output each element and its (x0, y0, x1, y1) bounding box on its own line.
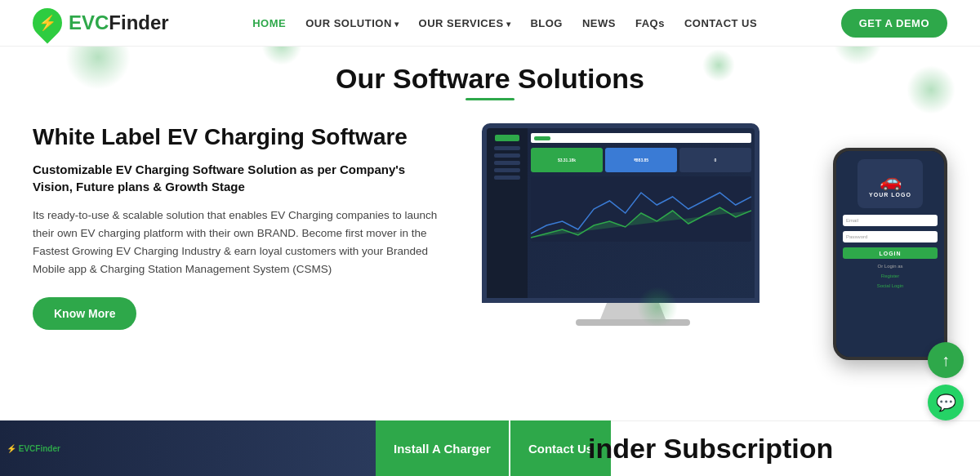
preview-mock: ⚡ EVCFinder (0, 420, 376, 476)
phone-email-label: Email (846, 218, 858, 223)
bottom-subscription-title: inder Subscription (588, 433, 833, 465)
screen-sidebar-item-1 (494, 146, 520, 150)
screen-sidebar-item-5 (494, 176, 520, 180)
preview-logo-text: ⚡ EVCFinder (7, 444, 60, 453)
nav-our-services[interactable]: OUR SERVICES (419, 17, 511, 29)
logo-finder: Finder (109, 11, 168, 33)
phone-your-logo: YOUR LOGO (869, 192, 911, 198)
get-demo-button[interactable]: GET A DEMO (841, 9, 947, 38)
phone-mockup: 🚗 YOUR LOGO Email Password LOGIN Or Logi… (833, 148, 947, 360)
logo-text: EVCFinder (69, 11, 169, 34)
navbar: EVCFinder HOME OUR SOLUTION OUR SERVICES… (0, 0, 980, 47)
monitor-screen: $3.31.18k ₹883.85 0 (482, 123, 760, 303)
screen-card-1: $3.31.18k (531, 148, 603, 172)
phone-screen: 🚗 YOUR LOGO Email Password LOGIN Or Logi… (836, 151, 944, 357)
nav-contact-us[interactable]: CONTACT US (684, 17, 757, 29)
product-description: Its ready-to-use & scalable solution tha… (33, 207, 441, 279)
phone-or-label: Or Login as (877, 264, 902, 269)
nav-our-solution[interactable]: OUR SOLUTION (305, 17, 399, 29)
screen-card-2: ₹883.85 (605, 148, 677, 172)
nav-home[interactable]: HOME (252, 17, 286, 29)
nav-faqs[interactable]: FAQs (635, 17, 665, 29)
phone-register-link[interactable]: Register (881, 274, 899, 278)
whatsapp-button[interactable]: 💬 (928, 385, 964, 420)
phone-logo-area: 🚗 YOUR LOGO (858, 159, 923, 208)
screen-cards: $3.31.18k ₹883.85 0 (531, 148, 751, 172)
phone-email-field: Email (843, 215, 938, 226)
nav-links: HOME OUR SOLUTION OUR SERVICES BLOG NEWS… (252, 17, 757, 29)
arrow-up-icon: ↑ (942, 351, 950, 370)
monitor-mockup: $3.31.18k ₹883.85 0 (482, 123, 784, 352)
screen-sidebar-item-2 (494, 153, 520, 158)
nav-blog[interactable]: BLOG (530, 17, 563, 29)
bottom-title-area: inder Subscription (572, 420, 980, 476)
scroll-to-top-button[interactable]: ↑ (928, 342, 964, 378)
screen-sidebar-item-4 (494, 168, 520, 172)
screen-nav-bar (531, 133, 751, 143)
monitor-base (576, 319, 690, 326)
screen-sidebar-item-3 (494, 161, 520, 165)
phone-password-field: Password (843, 231, 938, 242)
logo-icon (27, 2, 69, 44)
whatsapp-icon: 💬 (936, 393, 956, 412)
car-icon: 🚗 (880, 171, 902, 192)
nav-news[interactable]: NEWS (582, 17, 616, 29)
logo-evc: EVC (69, 11, 109, 33)
phone-password-label: Password (846, 234, 867, 239)
main-section: Our Software Solutions White Label EV Ch… (0, 47, 980, 401)
screen-nav-dot (534, 136, 550, 140)
right-image-area: $3.31.18k ₹883.85 0 (474, 123, 947, 401)
screen-sidebar-logo (495, 135, 519, 141)
know-more-button[interactable]: Know More (33, 297, 136, 330)
product-subtitle: Customizable EV Charging Software Soluti… (33, 161, 441, 195)
content-wrapper: White Label EV Charging Software Customi… (33, 123, 947, 401)
bottom-strip: ⚡ EVCFinder Install A Charger Contact Us… (0, 420, 980, 476)
install-charger-button[interactable]: Install A Charger (376, 420, 509, 476)
left-content: White Label EV Charging Software Customi… (33, 123, 441, 330)
monitor-stand (600, 303, 666, 319)
section-title: Our Software Solutions (33, 63, 947, 95)
section-title-underline (466, 98, 514, 100)
screen-card-3: 0 (679, 148, 751, 172)
phone-login-label: LOGIN (879, 251, 901, 256)
screen-chart (531, 176, 751, 242)
phone-login-button[interactable]: LOGIN (843, 247, 938, 259)
screen-sidebar (487, 128, 528, 298)
phone-social-login[interactable]: Social Login (877, 283, 904, 288)
product-title: White Label EV Charging Software (33, 123, 441, 151)
logo: EVCFinder (33, 8, 169, 38)
screen-main-content: $3.31.18k ₹883.85 0 (528, 128, 755, 298)
bottom-preview-area: ⚡ EVCFinder (0, 420, 376, 476)
